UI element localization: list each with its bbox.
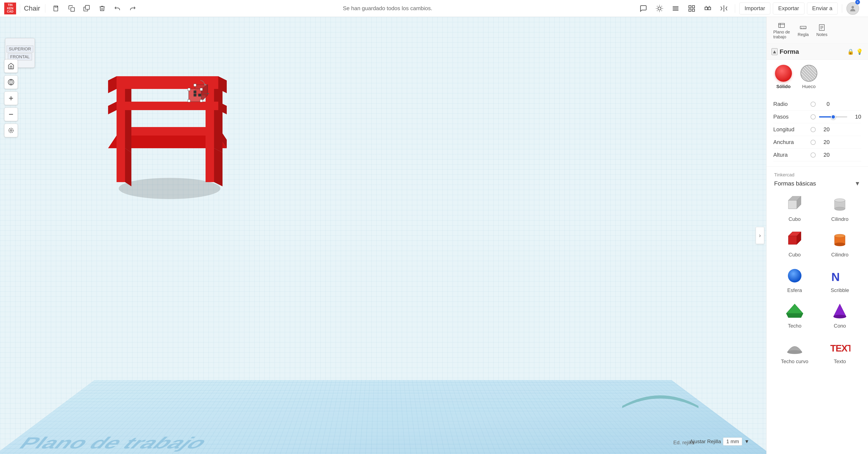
shape-item-cube-red[interactable]: Cubo bbox=[774, 228, 815, 260]
svg-rect-21 bbox=[705, 7, 707, 10]
home-view-button[interactable] bbox=[4, 59, 18, 73]
cube-gray-thumb bbox=[782, 195, 807, 214]
svg-point-88 bbox=[835, 243, 845, 246]
shape-info-icon[interactable]: 💡 bbox=[856, 48, 863, 55]
prop-radio-circle[interactable] bbox=[811, 102, 816, 107]
tab-ruler-label: Regla bbox=[798, 32, 809, 37]
duplicate-button[interactable] bbox=[81, 3, 93, 14]
zoom-out-button[interactable] bbox=[4, 107, 18, 121]
redo-button[interactable] bbox=[127, 3, 138, 14]
copy-button[interactable] bbox=[66, 3, 78, 14]
svg-rect-22 bbox=[708, 7, 711, 10]
svg-line-7 bbox=[657, 6, 657, 6]
group-icon-btn[interactable] bbox=[685, 2, 699, 15]
prop-row-anchura: Anchura 20 bbox=[773, 136, 861, 149]
grid-snap-dropdown-icon[interactable]: ▼ bbox=[744, 439, 749, 445]
shape-item-roof-green[interactable]: Techo bbox=[774, 300, 815, 331]
tab-ruler[interactable]: Regla bbox=[794, 22, 812, 39]
shape-collapse-button[interactable]: ▲ bbox=[772, 48, 777, 55]
prop-row-altura: Altura 20 bbox=[773, 149, 861, 161]
view-cube-top[interactable]: SUPERIOR bbox=[6, 45, 33, 53]
svg-rect-55 bbox=[194, 84, 196, 87]
zoom-in-button[interactable] bbox=[4, 92, 18, 105]
main-content: Plano de trabajo SUPERIOR FRONTAL bbox=[0, 17, 868, 454]
comment-icon-btn[interactable] bbox=[637, 2, 650, 15]
shape-properties: Radio 0 Pasos 10 Longitud bbox=[767, 94, 868, 166]
undo-button[interactable] bbox=[112, 3, 123, 14]
export-button[interactable]: Exportar bbox=[773, 3, 804, 14]
new-button[interactable] bbox=[51, 3, 62, 14]
delete-button[interactable] bbox=[96, 3, 108, 14]
tab-notes[interactable]: Notes bbox=[813, 22, 831, 39]
shape-lock-icon[interactable]: 🔒 bbox=[847, 48, 854, 55]
svg-rect-61 bbox=[194, 91, 196, 93]
solid-shape-circle bbox=[775, 65, 792, 82]
orbit-button[interactable] bbox=[4, 75, 18, 89]
svg-rect-1 bbox=[71, 8, 74, 11]
prop-longitud-label: Longitud bbox=[773, 126, 807, 133]
svg-marker-35 bbox=[117, 127, 218, 135]
prop-pasos-circle[interactable] bbox=[811, 115, 816, 120]
svg-marker-94 bbox=[833, 304, 846, 317]
grid-snap-value[interactable]: 1 mm bbox=[723, 437, 742, 446]
prop-pasos-label: Pasos bbox=[773, 114, 807, 120]
svg-point-81 bbox=[835, 207, 845, 210]
solid-shape-type[interactable]: Sólido bbox=[775, 65, 792, 89]
topbar: TINKENCAD Chair Se han guardado to bbox=[0, 0, 868, 17]
svg-line-12 bbox=[661, 6, 662, 6]
prop-altura-circle[interactable] bbox=[811, 153, 816, 158]
svg-rect-58 bbox=[200, 100, 203, 102]
prop-longitud-value: 20 bbox=[819, 126, 830, 133]
shapes-grid: Cubo Cilindro bbox=[770, 190, 865, 370]
shape-item-scribble[interactable]: N Scribble bbox=[819, 264, 861, 295]
svg-rect-56 bbox=[200, 88, 203, 91]
svg-point-90 bbox=[788, 269, 802, 283]
svg-point-27 bbox=[8, 79, 14, 85]
shape-item-text-red[interactable]: TEXT Texto bbox=[819, 335, 861, 366]
shapes-library: Tinkercad Formas básicas ▼ bbox=[767, 167, 868, 454]
ungroup-icon-btn[interactable] bbox=[701, 2, 715, 15]
right-actions: Importar Exportar Enviar a + bbox=[637, 2, 864, 15]
chair-scene bbox=[74, 34, 265, 199]
shape-item-roof-curved[interactable]: Techo curvo bbox=[774, 335, 815, 366]
svg-rect-18 bbox=[692, 5, 695, 8]
shape-item-label-cube-gray: Cubo bbox=[788, 216, 801, 222]
mirror-icon-btn[interactable] bbox=[717, 2, 731, 15]
prop-altura-value: 20 bbox=[819, 152, 830, 158]
right-panel: Plano detrabajo Regla Notes bbox=[766, 17, 868, 454]
shape-item-cone-purple[interactable]: Cono bbox=[819, 300, 861, 331]
shape-item-cube-gray[interactable]: Cubo bbox=[774, 193, 815, 224]
formas-dropdown-button[interactable]: ▼ bbox=[855, 180, 860, 187]
shape-item-cylinder-orange[interactable]: Cilindro bbox=[819, 228, 861, 260]
prop-radio-label: Radio bbox=[773, 101, 807, 107]
svg-rect-54 bbox=[188, 88, 190, 91]
svg-rect-3 bbox=[86, 5, 90, 9]
prop-pasos-slider[interactable] bbox=[819, 116, 847, 118]
svg-marker-39 bbox=[206, 148, 214, 182]
scroll-right-arrow[interactable]: › bbox=[756, 227, 764, 244]
prop-anchura-circle[interactable] bbox=[811, 140, 816, 145]
svg-text:TEXT: TEXT bbox=[830, 343, 850, 353]
fit-all-button[interactable] bbox=[4, 124, 18, 137]
shape-item-label-sphere-blue: Esfera bbox=[787, 287, 802, 293]
cylinder-gray-thumb bbox=[827, 195, 852, 214]
shape-panel: ▲ Forma 🔒 💡 Sólido Hueco bbox=[767, 44, 868, 167]
import-button[interactable]: Importar bbox=[739, 3, 771, 14]
light-icon-btn[interactable] bbox=[653, 2, 666, 15]
tab-workplane[interactable]: Plano detrabajo bbox=[770, 20, 794, 41]
hollow-shape-type[interactable]: Hueco bbox=[800, 65, 817, 89]
svg-point-96 bbox=[787, 351, 802, 354]
prop-anchura-value: 20 bbox=[819, 139, 830, 145]
viewport-controls bbox=[4, 59, 18, 137]
prop-longitud-circle[interactable] bbox=[811, 127, 816, 132]
svg-point-95 bbox=[833, 315, 846, 318]
prop-row-longitud: Longitud 20 bbox=[773, 123, 861, 136]
align-icon-btn[interactable] bbox=[669, 2, 682, 15]
shape-item-cylinder-gray[interactable]: Cilindro bbox=[819, 193, 861, 224]
formas-label: Formas básicas bbox=[774, 180, 816, 187]
prop-pasos-value: 10 bbox=[850, 114, 861, 120]
shape-item-sphere-blue[interactable]: Esfera bbox=[774, 264, 815, 295]
canvas-area[interactable]: Plano de trabajo SUPERIOR FRONTAL bbox=[0, 17, 766, 454]
grid-snap-control[interactable]: Ajustar Rejilla 1 mm ▼ bbox=[690, 437, 749, 446]
send-button[interactable]: Enviar a bbox=[807, 3, 838, 14]
